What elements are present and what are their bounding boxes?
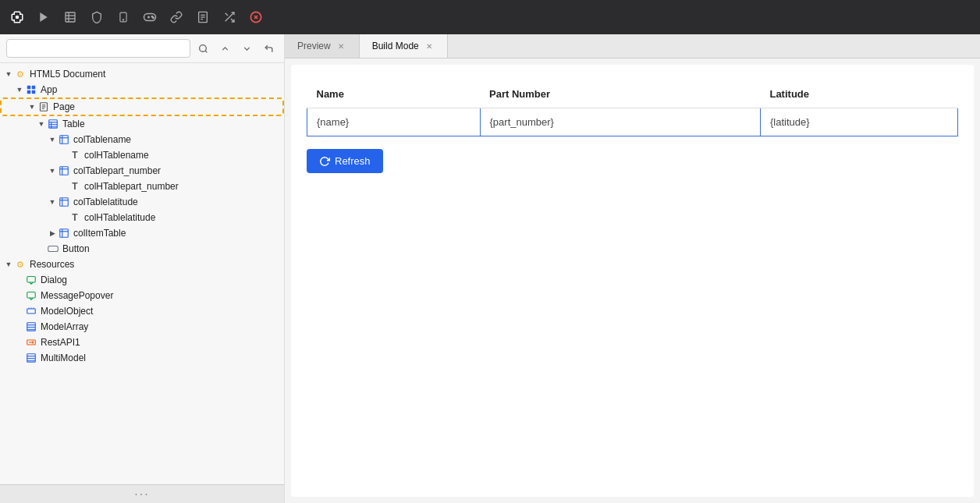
- sidebar-item-dialog[interactable]: Dialog: [0, 272, 284, 288]
- sidebar-item-colHTablename[interactable]: T colHTablename: [0, 147, 284, 163]
- sidebar-item-restAPI1[interactable]: RestAPI1: [0, 335, 284, 350]
- tab-preview-close[interactable]: ✕: [336, 41, 346, 51]
- report-toolbar-icon[interactable]: [192, 6, 214, 28]
- sidebar-item-app[interactable]: ▼ App: [0, 82, 284, 97]
- modelObject-label: ModelObject: [41, 306, 93, 317]
- shuffle-toolbar-icon[interactable]: [218, 6, 240, 28]
- toggle-colTablepart[interactable]: ▼: [47, 165, 58, 176]
- grid-icon-colTablename: [58, 133, 70, 146]
- svg-rect-51: [27, 277, 36, 283]
- multiModel-label: MultiModel: [41, 352, 86, 363]
- colTablelatitude-label: colTablelatitude: [73, 197, 138, 207]
- restapi-icon: [25, 336, 37, 349]
- sidebar-item-multiModel[interactable]: MultiModel: [0, 350, 284, 366]
- page-icon: [37, 101, 50, 113]
- tab-build-mode-close[interactable]: ✕: [424, 41, 435, 51]
- grid-icon-colTablelatitude: [58, 196, 70, 208]
- sidebar-item-colHTablepart_number[interactable]: T colHTablepart_number: [0, 179, 284, 194]
- toggle-resources[interactable]: ▼: [3, 259, 14, 270]
- sidebar-item-modelArray[interactable]: ModelArray: [0, 319, 284, 335]
- undo-icon[interactable]: [259, 39, 278, 58]
- colTablepart-label: colTablepart_number: [73, 165, 161, 176]
- svg-rect-53: [27, 309, 36, 313]
- close-toolbar-icon[interactable]: [245, 6, 267, 28]
- sidebar-item-page[interactable]: ▼ Page: [0, 97, 284, 116]
- sidebar-tree: ▼ ⚙ HTML5 Document ▼ App ▼ Page: [0, 63, 284, 484]
- main-layout: ▼ ⚙ HTML5 Document ▼ App ▼ Page: [0, 34, 980, 503]
- sidebar-item-colHTablelatitude[interactable]: T colHTablelatitude: [0, 210, 284, 225]
- button-icon: [47, 243, 59, 255]
- svg-line-19: [225, 13, 228, 16]
- restAPI1-label: RestAPI1: [41, 337, 80, 348]
- colHTablepart-label: colHTablepart_number: [84, 181, 179, 192]
- shield-toolbar-icon[interactable]: [86, 6, 108, 28]
- colItemTable-label: colItemTable: [73, 228, 126, 239]
- toggle-colTablename[interactable]: ▼: [47, 134, 58, 145]
- play-icon[interactable]: [33, 6, 55, 28]
- multimodel-icon: [25, 352, 37, 364]
- right-panel: Preview ✕ Build Mode ✕ Name Part Number …: [285, 34, 980, 503]
- arrow-down-icon[interactable]: [215, 39, 234, 58]
- toggle-app[interactable]: ▼: [14, 84, 25, 95]
- colHTablelatitude-label: colHTablelatitude: [84, 212, 155, 223]
- sidebar-item-messagePopover[interactable]: MessagePopover: [0, 288, 284, 303]
- game-toolbar-icon[interactable]: [139, 6, 161, 28]
- tab-preview[interactable]: Preview ✕: [285, 34, 360, 58]
- html5doc-label: HTML5 Document: [30, 69, 105, 80]
- tab-build-mode[interactable]: Build Mode ✕: [360, 34, 448, 58]
- toggle-html5doc[interactable]: ▼: [3, 69, 14, 80]
- col-header-name: Name: [307, 80, 481, 108]
- cell-latitude: {latitude}: [760, 108, 957, 136]
- text-icon-colHTablename: T: [69, 149, 81, 161]
- dialog-icon: [25, 274, 37, 286]
- toggle-colItemTable[interactable]: ▶: [47, 228, 58, 239]
- svg-point-12: [153, 17, 154, 19]
- sidebar-item-button[interactable]: Button: [0, 241, 284, 257]
- sidebar-item-table[interactable]: ▼ Table: [0, 116, 284, 132]
- content-area: Name Part Number Latitude {name} {part_n…: [291, 65, 974, 497]
- gear-icon: ⚙: [14, 68, 27, 80]
- refresh-button[interactable]: Refresh: [307, 149, 383, 173]
- tab-preview-label: Preview: [297, 41, 331, 51]
- search-input[interactable]: [6, 39, 190, 58]
- cell-name: {name}: [307, 108, 481, 136]
- sidebar-item-colItemTable[interactable]: ▶ colItemTable: [0, 225, 284, 241]
- col-header-part-number: Part Number: [480, 80, 760, 108]
- page-label: Page: [53, 101, 75, 112]
- svg-rect-38: [60, 136, 69, 144]
- sidebar-item-colTablepart_number[interactable]: ▼ colTablepart_number: [0, 163, 284, 179]
- colHTablename-label: colHTablename: [84, 150, 149, 161]
- main-toolbar: [0, 0, 980, 34]
- table-toolbar-icon[interactable]: [59, 6, 81, 28]
- table-label: Table: [62, 119, 85, 129]
- sidebar: ▼ ⚙ HTML5 Document ▼ App ▼ Page: [0, 34, 285, 503]
- table-row: {name} {part_number} {latitude}: [307, 108, 958, 136]
- svg-point-23: [199, 44, 206, 51]
- modelobject-icon: [25, 305, 37, 317]
- col-header-latitude: Latitude: [760, 80, 957, 108]
- sidebar-item-colTablelatitude[interactable]: ▼ colTablelatitude: [0, 194, 284, 210]
- mobile-toolbar-icon[interactable]: [112, 6, 134, 28]
- modelArray-label: ModelArray: [41, 321, 88, 332]
- toggle-table[interactable]: ▼: [36, 119, 47, 129]
- toggle-colTablelatitude[interactable]: ▼: [47, 197, 58, 207]
- svg-rect-47: [60, 229, 69, 238]
- preview-table: Name Part Number Latitude {name} {part_n…: [307, 80, 958, 136]
- app-label: App: [41, 84, 57, 95]
- sidebar-item-resources[interactable]: ▼ ⚙ Resources: [0, 257, 284, 272]
- colTablename-label: colTablename: [73, 134, 131, 145]
- puzzle-icon[interactable]: [6, 6, 28, 28]
- text-icon-colHTablepart: T: [69, 180, 81, 193]
- modelarray-icon: [25, 321, 37, 333]
- search-icon[interactable]: [194, 39, 212, 58]
- sidebar-item-modelObject[interactable]: ModelObject: [0, 303, 284, 319]
- arrow-up-icon[interactable]: [237, 39, 256, 58]
- sidebar-search-bar: [0, 34, 284, 63]
- link-toolbar-icon[interactable]: [165, 6, 187, 28]
- toggle-page[interactable]: ▼: [27, 101, 37, 112]
- sidebar-item-html5doc[interactable]: ▼ ⚙ HTML5 Document: [0, 66, 284, 82]
- grid-icon-app: [25, 83, 37, 96]
- tab-build-mode-label: Build Mode: [372, 41, 419, 51]
- tabs-bar: Preview ✕ Build Mode ✕: [285, 34, 980, 58]
- sidebar-item-colTablename[interactable]: ▼ colTablename: [0, 132, 284, 147]
